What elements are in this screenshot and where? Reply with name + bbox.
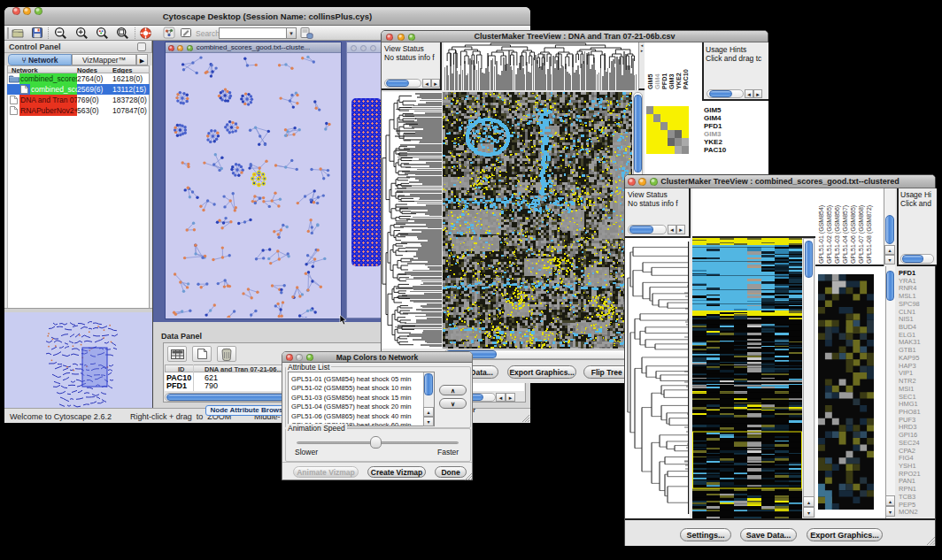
svg-text:GPL51-03 (GSM856): GPL51-03 (GSM856) bbox=[834, 205, 841, 264]
svg-text:GPL51-02 (GSM855): GPL51-02 (GSM855) bbox=[826, 205, 833, 264]
svg-text:GPL51-01 (GSM854): GPL51-01 (GSM854) bbox=[818, 205, 825, 264]
svg-text:PAC10: PAC10 bbox=[682, 69, 690, 89]
svg-text:GPL51-04 (GSM857): GPL51-04 (GSM857) bbox=[842, 205, 849, 264]
svg-text:GPL51-08 (GSM872): GPL51-08 (GSM872) bbox=[866, 205, 873, 264]
svg-text:GPL51-07 (GSM868): GPL51-07 (GSM868) bbox=[858, 205, 865, 264]
svg-text:GPL51-06 (GSM865): GPL51-06 (GSM865) bbox=[850, 205, 857, 264]
